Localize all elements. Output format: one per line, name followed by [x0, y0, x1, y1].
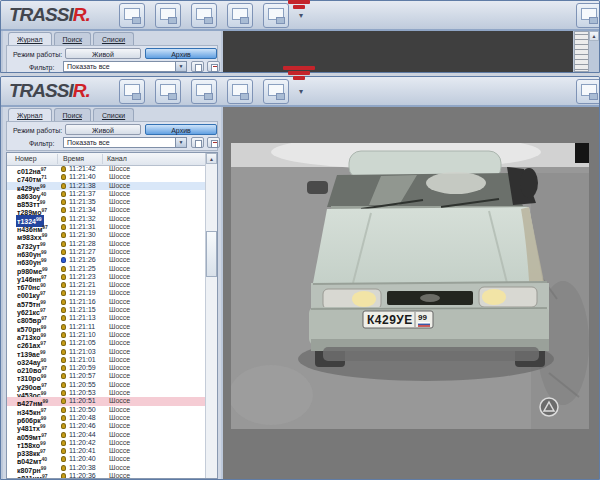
displays-icon[interactable] [119, 79, 145, 104]
column-header-time[interactable]: Время [63, 155, 84, 162]
snapshot-icon[interactable] [227, 79, 253, 104]
edit-filter-button[interactable] [191, 61, 204, 72]
table-row[interactable]: у290ов9711:20:55Шоссе [7, 381, 205, 389]
panel-icon[interactable] [576, 79, 600, 104]
scroll-up-button[interactable]: ▲ [589, 31, 599, 41]
toolbar-caret-icon[interactable]: ▾ [299, 87, 303, 96]
tab-lists[interactable]: Списки [93, 108, 134, 121]
table-row[interactable]: к570рн9911:21:11Шоссе [7, 323, 205, 331]
time-cell: 11:21:37 [69, 190, 96, 199]
filter-select[interactable]: Показать все ▼ [63, 61, 187, 72]
layout-edit-icon[interactable] [263, 79, 289, 104]
time-cell: 11:21:05 [69, 339, 96, 348]
table-row[interactable]: с805вр9711:21:13Шоссе [7, 314, 205, 322]
table-row[interactable]: а575тн9911:21:16Шоссе [7, 298, 205, 306]
table-row[interactable]: н436нм9711:21:31Шоссе [7, 223, 205, 231]
table-row[interactable]: н630ун9911:21:26Шоссе [7, 256, 205, 264]
table-row[interactable]: н630ун9911:21:27Шоссе [7, 248, 205, 256]
dropdown-arrow-icon[interactable]: ▼ [175, 62, 186, 71]
table-row[interactable]: в427нм9911:20:51Шоссе [7, 397, 205, 405]
panel-icon[interactable] [576, 3, 600, 28]
bell-icon [61, 191, 66, 197]
table-row[interactable]: р338кк9711:20:41Шоссе [7, 447, 205, 455]
table-row[interactable]: а059мт9711:20:44Шоссе [7, 431, 205, 439]
table-row[interactable]: у453ос9911:20:53Шоссе [7, 389, 205, 397]
table-row[interactable]: р606рк9911:20:48Шоссе [7, 414, 205, 422]
table-row[interactable]: м983хх9911:21:30Шоссе [7, 231, 205, 239]
table-row[interactable]: о811нм9711:20:36Шоссе [7, 472, 205, 478]
bell-icon [61, 266, 66, 272]
edit-filter-button[interactable] [191, 137, 204, 148]
dropdown-arrow-icon[interactable]: ▼ [175, 138, 186, 147]
table-row[interactable]: т13249911:21:32Шоссе [7, 215, 205, 223]
table-row[interactable]: т670нс9011:21:21Шоссе [7, 281, 205, 289]
tab-search[interactable]: Поиск [54, 108, 91, 121]
channel-cell: Шоссе [109, 381, 130, 390]
edit-monitor-icon[interactable] [155, 3, 181, 28]
filter-value: Показать все [67, 139, 110, 146]
tab-lists[interactable]: Списки [93, 32, 134, 45]
table-row[interactable]: р980ме9911:21:25Шоссе [7, 265, 205, 273]
toolbar-caret-icon[interactable]: ▾ [299, 11, 303, 20]
table-row[interactable]: к429уе9911:21:38Шоссе [7, 182, 205, 190]
document-icon[interactable] [191, 79, 217, 104]
table-row[interactable]: е001ку9711:21:19Шоссе [7, 289, 205, 297]
archive-mode-button[interactable]: Архив [145, 48, 217, 59]
tab-journal[interactable]: Журнал [8, 32, 52, 45]
table-row[interactable]: а713хо9911:21:10Шоссе [7, 331, 205, 339]
scroll-up-button[interactable]: ▲ [206, 153, 217, 164]
table-row[interactable]: н345кн9711:20:50Шоссе [7, 406, 205, 414]
table-row[interactable]: у621кс9711:21:15Шоссе [7, 306, 205, 314]
clear-filter-button[interactable] [207, 137, 220, 148]
table-row[interactable]: с261ах9711:21:05Шоссе [7, 339, 205, 347]
table-row[interactable]: о210во9711:20:59Шоссе [7, 364, 205, 372]
time-cell: 11:21:28 [69, 240, 96, 249]
table-row[interactable]: о324ау9011:21:01Шоссе [7, 356, 205, 364]
video-panel[interactable] [223, 31, 573, 72]
displays-icon[interactable] [119, 3, 145, 28]
background-window: TRASSIR. ▾ ЖурналПоискСписки Режим работ… [0, 0, 600, 73]
table-row[interactable]: а732ут9911:21:28Шоссе [7, 240, 205, 248]
table-row[interactable]: а863оу4011:21:37Шоссе [7, 190, 205, 198]
bell-icon [61, 207, 66, 213]
video-panel[interactable]: К429УЕ 99 [223, 107, 599, 479]
table-row[interactable]: к807рн9911:20:38Шоссе [7, 464, 205, 472]
clear-filter-button[interactable] [207, 61, 220, 72]
table-row[interactable]: т158хо9911:20:42Шоссе [7, 439, 205, 447]
bell-icon [61, 282, 66, 288]
live-mode-button[interactable]: Живой [65, 48, 141, 59]
bell-icon [61, 290, 66, 296]
column-header-channel[interactable]: Канал [107, 155, 127, 162]
archive-mode-button[interactable]: Архив [145, 124, 217, 135]
column-header-number[interactable]: Номер [15, 155, 37, 162]
channel-cell: Шоссе [109, 314, 130, 323]
tab-journal[interactable]: Журнал [8, 108, 52, 121]
table-scrollbar[interactable]: ▲ [205, 153, 217, 478]
tab-search[interactable]: Поиск [54, 32, 91, 45]
document-icon[interactable] [191, 3, 217, 28]
live-mode-button[interactable]: Живой [65, 124, 141, 135]
edit-monitor-icon[interactable] [155, 79, 181, 104]
table-row[interactable]: с740тм7111:21:40Шоссе [7, 173, 205, 181]
channel-cell: Шоссе [109, 414, 130, 423]
car: К429УЕ 99 [298, 151, 554, 381]
table-row[interactable]: т310ро9911:20:57Шоссе [7, 372, 205, 380]
channel-cell: Шоссе [109, 240, 130, 249]
bell-icon [61, 241, 66, 247]
table-row[interactable]: т139ае9911:21:03Шоссе [7, 348, 205, 356]
table-row[interactable]: у146нн9711:21:23Шоссе [7, 273, 205, 281]
snapshot-icon[interactable] [227, 3, 253, 28]
channel-cell: Шоссе [109, 306, 130, 315]
filmstrip[interactable] [574, 31, 589, 72]
logo-accent: R [73, 80, 86, 101]
trassir-logo: TRASSIR. [9, 4, 90, 26]
table-row[interactable]: с012на9711:21:42Шоссе [7, 165, 205, 173]
table-row[interactable]: в853тт9911:21:35Шоссе [7, 198, 205, 206]
table-row[interactable]: т289мо9711:21:34Шоссе [7, 206, 205, 214]
filter-label: Фильтр: [29, 64, 54, 71]
table-row[interactable]: у481тх9911:20:46Шоссе [7, 422, 205, 430]
table-row[interactable]: в042мт4011:20:40Шоссе [7, 455, 205, 463]
logo-dot: . [85, 80, 89, 101]
filter-select[interactable]: Показать все ▼ [63, 137, 187, 148]
scroll-thumb[interactable] [206, 231, 217, 277]
